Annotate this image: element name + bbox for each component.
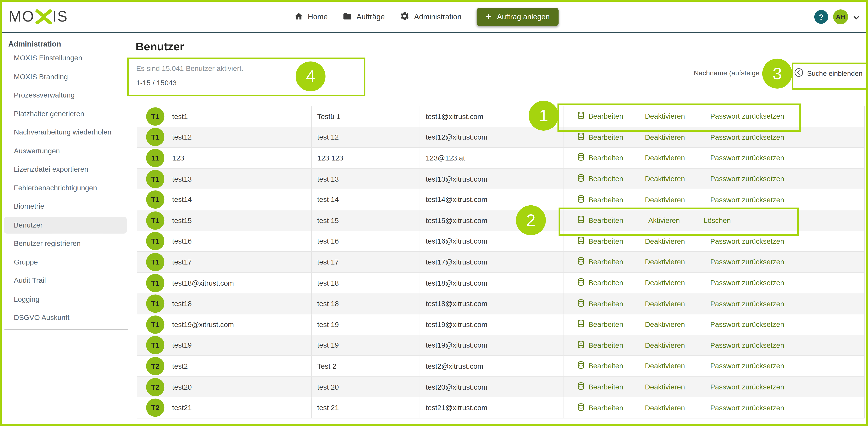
username-text: test18 [172, 299, 192, 308]
create-auftrag-button[interactable]: + Auftrag anlegen [476, 8, 559, 26]
database-icon [578, 132, 585, 142]
action-passwort-zur-cksetzen[interactable]: Passwort zurücksetzen [710, 258, 784, 266]
cell-username: T1test13 [137, 169, 311, 189]
action-label: Bearbeiten [588, 237, 623, 245]
action-deaktivieren[interactable]: Deaktivieren [645, 299, 685, 308]
action-passwort-zur-cksetzen[interactable]: Passwort zurücksetzen [710, 175, 784, 183]
sidebar-item-logging[interactable]: Logging [14, 294, 39, 305]
cell-username: T1test19 [137, 335, 311, 356]
table-row: T1test13test 13test13@xitrust.comBearbei… [137, 169, 864, 189]
nav-home[interactable]: Home [294, 11, 328, 22]
action-deaktivieren[interactable]: Deaktivieren [645, 403, 685, 412]
home-icon [294, 11, 303, 22]
action-bearbeiten[interactable]: Bearbeiten [578, 112, 623, 121]
action-passwort-zur-cksetzen[interactable]: Passwort zurücksetzen [710, 341, 784, 349]
sidebar-item-prozessverwaltung[interactable]: Prozessverwaltung [14, 90, 74, 100]
action-bearbeiten[interactable]: Bearbeiten [578, 340, 623, 350]
action-deaktivieren[interactable]: Deaktivieren [645, 112, 685, 121]
sidebar-item-nachverarbeitung-wiederholen[interactable]: Nachverarbeitung wiederholen [14, 127, 111, 138]
sidebar-item-moxis-einstellungen[interactable]: MOXIS Einstellungen [14, 53, 82, 64]
cell-email: test16@xitrust.com [420, 231, 563, 251]
action-passwort-zur-cksetzen[interactable]: Passwort zurücksetzen [710, 299, 784, 308]
action-deaktivieren[interactable]: Deaktivieren [645, 133, 685, 142]
action-deaktivieren[interactable]: Deaktivieren [645, 383, 685, 391]
action-deaktivieren[interactable]: Deaktivieren [645, 237, 685, 245]
action-bearbeiten[interactable]: Bearbeiten [578, 361, 623, 371]
sidebar-item-biometrie[interactable]: Biometrie [14, 201, 44, 212]
action-passwort-zur-cksetzen[interactable]: Passwort zurücksetzen [710, 112, 784, 121]
action-bearbeiten[interactable]: Bearbeiten [578, 195, 623, 204]
action-passwort-zur-cksetzen[interactable]: Passwort zurücksetzen [710, 321, 784, 329]
cell-fullname: Testü 1 [311, 106, 420, 127]
action-bearbeiten[interactable]: Bearbeiten [578, 132, 623, 142]
cell-fullname: test 14 [311, 189, 420, 210]
plus-icon: + [485, 11, 491, 22]
sidebar-item-auswertungen[interactable]: Auswertungen [14, 145, 60, 156]
nav-administration[interactable]: Administration [400, 11, 461, 23]
show-search-button[interactable]: Suche einblenden [795, 68, 863, 79]
cell-username: T1test17 [137, 252, 311, 272]
sidebar-item-fehlerbenachrichtigungen[interactable]: Fehlerbenachrichtigungen [14, 182, 97, 193]
action-deaktivieren[interactable]: Deaktivieren [645, 154, 685, 162]
user-avatar: T2 [146, 399, 164, 417]
user-avatar: T1 [146, 170, 164, 188]
sidebar-item-gruppe[interactable]: Gruppe [14, 256, 38, 268]
action-passwort-zur-cksetzen[interactable]: Passwort zurücksetzen [710, 133, 784, 142]
sidebar-item-benutzer[interactable]: Benutzer [14, 219, 43, 231]
action-deaktivieren[interactable]: Deaktivieren [645, 341, 685, 349]
sort-dropdown[interactable]: Nachname (aufsteige [694, 69, 760, 77]
logo-text-mo: MO [9, 8, 35, 25]
avatar[interactable]: AH [833, 9, 848, 24]
action-bearbeiten[interactable]: Bearbeiten [578, 174, 623, 183]
action-bearbeiten[interactable]: Bearbeiten [578, 299, 623, 308]
sidebar-divider [4, 329, 128, 330]
cell-email: test19@xitrust.com [420, 314, 563, 335]
action-bearbeiten[interactable]: Bearbeiten [578, 403, 623, 413]
action-passwort-zur-cksetzen[interactable]: Passwort zurücksetzen [710, 403, 784, 412]
chevron-down-icon[interactable] [853, 12, 860, 22]
table-row: T1test14test 14test14@xitrust.comBearbei… [137, 189, 864, 210]
username-text: test14 [172, 195, 192, 204]
action-deaktivieren[interactable]: Deaktivieren [645, 321, 685, 329]
action-bearbeiten[interactable]: Bearbeiten [578, 278, 623, 287]
nav-auftraege[interactable]: Aufträge [343, 11, 385, 22]
moxis-logo[interactable]: MO IS [9, 2, 68, 32]
sidebar-item-benutzer-registrieren[interactable]: Benutzer registrieren [14, 238, 81, 249]
sidebar-item-moxis-branding[interactable]: MOXIS Branding [14, 71, 68, 82]
action-deaktivieren[interactable]: Deaktivieren [645, 258, 685, 266]
action-deaktivieren[interactable]: Deaktivieren [645, 362, 685, 370]
cell-actions: BearbeitenDeaktivierenPasswort zurückset… [564, 252, 864, 272]
action-bearbeiten[interactable]: Bearbeiten [578, 257, 623, 267]
action-deaktivieren[interactable]: Deaktivieren [645, 279, 685, 287]
action-passwort-zur-cksetzen[interactable]: Passwort zurücksetzen [710, 362, 784, 370]
action-bearbeiten[interactable]: Bearbeiten [578, 320, 623, 329]
cell-fullname: test 12 [311, 127, 420, 148]
sidebar-item-platzhalter-generieren[interactable]: Platzhalter generieren [14, 108, 84, 119]
sidebar-item-lizenzdatei-exportieren[interactable]: Lizenzdatei exportieren [14, 164, 88, 175]
action-bearbeiten[interactable]: Bearbeiten [578, 216, 623, 225]
user-area: ? AH [814, 2, 860, 32]
action-deaktivieren[interactable]: Deaktivieren [645, 175, 685, 183]
user-avatar: T2 [146, 378, 164, 396]
active-users-info: Es sind 15.041 Benutzer aktiviert. [136, 64, 243, 72]
action-passwort-zur-cksetzen[interactable]: Passwort zurücksetzen [710, 279, 784, 287]
database-icon [578, 320, 585, 329]
action-l-schen[interactable]: Löschen [704, 216, 731, 225]
cell-username: T1test15 [137, 210, 311, 231]
user-avatar: T1 [146, 190, 164, 209]
action-aktivieren[interactable]: Aktivieren [648, 216, 680, 225]
cell-email: test14@xitrust.com [420, 189, 563, 210]
top-bar: MO IS Home [2, 2, 866, 33]
action-bearbeiten[interactable]: Bearbeiten [578, 237, 623, 246]
action-passwort-zur-cksetzen[interactable]: Passwort zurücksetzen [710, 195, 784, 204]
action-bearbeiten[interactable]: Bearbeiten [578, 153, 623, 163]
help-button[interactable]: ? [814, 10, 828, 24]
sidebar-item-audit-trail[interactable]: Audit Trail [14, 275, 46, 286]
action-passwort-zur-cksetzen[interactable]: Passwort zurücksetzen [710, 383, 784, 391]
action-passwort-zur-cksetzen[interactable]: Passwort zurücksetzen [710, 154, 784, 162]
action-deaktivieren[interactable]: Deaktivieren [645, 195, 685, 204]
action-passwort-zur-cksetzen[interactable]: Passwort zurücksetzen [710, 237, 784, 245]
action-bearbeiten[interactable]: Bearbeiten [578, 382, 623, 392]
database-icon [578, 299, 585, 308]
sidebar-item-dsgvo-auskunft[interactable]: DSGVO Auskunft [14, 312, 69, 323]
